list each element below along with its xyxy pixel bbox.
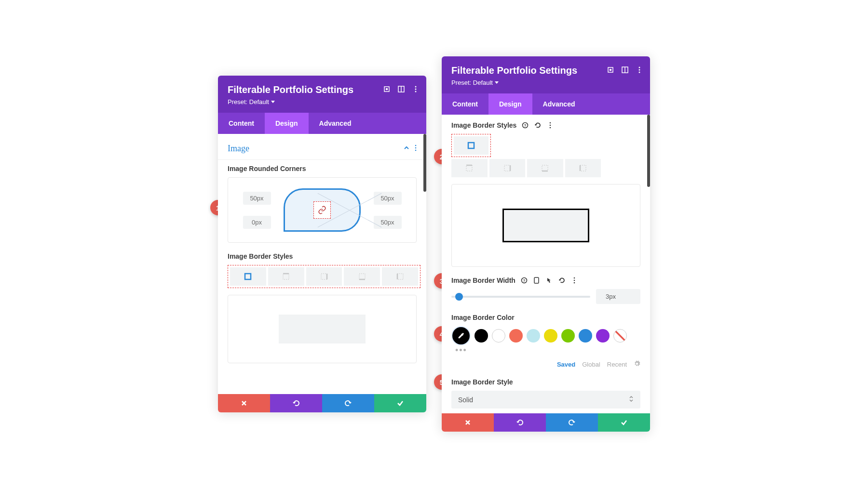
scrollbar[interactable] — [423, 134, 426, 192]
column-icon[interactable] — [621, 66, 629, 74]
eyedropper-swatch[interactable] — [451, 326, 471, 345]
corner-top-left[interactable]: 50px — [243, 192, 271, 205]
color-tabs: Saved Global Recent — [451, 360, 640, 369]
corner-top-right[interactable]: 50px — [374, 192, 402, 205]
tab-advanced[interactable]: Advanced — [309, 113, 362, 134]
more-colors[interactable]: ••• — [451, 345, 640, 356]
more-icon[interactable] — [636, 66, 643, 74]
hover-icon[interactable] — [545, 277, 553, 284]
svg-point-29 — [550, 125, 551, 126]
undo-button[interactable] — [494, 413, 546, 432]
corner-preview — [284, 188, 361, 232]
swatch-sky[interactable] — [527, 329, 540, 343]
border-side-all[interactable] — [454, 136, 488, 155]
svg-point-6 — [415, 91, 417, 92]
panel-body: Image Image Rounded Corners 50px — [218, 134, 426, 394]
swatch-coral[interactable] — [509, 329, 523, 343]
panel-body: Image Border Styles ? — [442, 115, 650, 413]
svg-point-30 — [550, 127, 551, 129]
svg-point-8 — [415, 147, 417, 148]
border-width-value[interactable]: 3px — [596, 289, 640, 304]
svg-point-4 — [415, 86, 417, 88]
tabs: Content Design Advanced — [218, 113, 426, 134]
border-side-left[interactable] — [382, 267, 418, 286]
svg-rect-13 — [321, 274, 327, 279]
border-side-right[interactable] — [489, 159, 526, 177]
column-icon[interactable] — [397, 85, 405, 93]
help-icon[interactable]: ? — [521, 121, 529, 129]
more-icon[interactable] — [546, 121, 554, 129]
tabs: Content Design Advanced — [442, 93, 650, 115]
svg-point-7 — [415, 145, 417, 146]
svg-rect-15 — [359, 274, 365, 279]
tab-advanced[interactable]: Advanced — [532, 93, 586, 115]
swatch-lime[interactable] — [561, 329, 575, 343]
save-button[interactable] — [374, 394, 426, 412]
gear-icon[interactable] — [634, 360, 640, 369]
chevron-updown-icon — [629, 396, 634, 404]
accordion-image[interactable]: Image — [218, 134, 426, 160]
svg-rect-11 — [283, 274, 289, 279]
chevron-up-icon[interactable] — [403, 145, 410, 153]
color-tab-global[interactable]: Global — [582, 361, 600, 368]
panel-header: Filterable Portfolio Settings Preset: De… — [442, 56, 650, 93]
preset-dropdown[interactable]: Preset: Default — [451, 79, 499, 86]
border-width-slider[interactable] — [451, 296, 590, 298]
scrollbar[interactable] — [647, 115, 650, 187]
border-side-top[interactable] — [268, 267, 304, 286]
settings-panel-left: Filterable Portfolio Settings Preset: De… — [218, 76, 426, 412]
more-icon[interactable] — [570, 277, 578, 284]
swatch-yellow[interactable] — [544, 329, 557, 343]
svg-point-28 — [550, 122, 551, 124]
panel-footer — [218, 394, 426, 412]
settings-panel-right: Filterable Portfolio Settings Preset: De… — [442, 56, 650, 432]
cancel-button[interactable] — [442, 413, 494, 432]
redo-button[interactable] — [546, 413, 598, 432]
help-icon[interactable]: ? — [520, 277, 528, 284]
tab-design[interactable]: Design — [265, 113, 309, 134]
tab-content[interactable]: Content — [218, 113, 265, 134]
svg-rect-1 — [386, 88, 388, 90]
panel-footer — [442, 413, 650, 432]
tab-design[interactable]: Design — [488, 93, 532, 115]
redo-button[interactable] — [322, 394, 374, 412]
swatch-black[interactable] — [475, 329, 488, 343]
border-side-top[interactable] — [451, 159, 488, 177]
preset-dropdown[interactable]: Preset: Default — [228, 98, 275, 106]
preview-rect — [279, 315, 366, 343]
border-side-bottom[interactable] — [344, 267, 380, 286]
swatch-blue[interactable] — [579, 329, 592, 343]
swatch-white[interactable] — [492, 329, 505, 343]
link-corners-toggle[interactable] — [313, 201, 331, 219]
svg-point-25 — [639, 72, 640, 73]
reset-icon[interactable] — [558, 277, 566, 284]
border-side-left[interactable] — [565, 159, 601, 177]
svg-text:?: ? — [524, 123, 527, 128]
corner-bottom-right[interactable]: 50px — [374, 216, 402, 229]
svg-rect-38 — [580, 165, 586, 171]
reset-icon[interactable] — [534, 121, 542, 129]
swatch-none[interactable] — [613, 329, 627, 343]
tab-content[interactable]: Content — [442, 93, 488, 115]
expand-icon[interactable] — [383, 85, 391, 93]
corner-bottom-left[interactable]: 0px — [243, 216, 271, 229]
save-button[interactable] — [598, 413, 650, 432]
undo-button[interactable] — [270, 394, 322, 412]
svg-point-5 — [415, 89, 417, 90]
border-side-all[interactable] — [230, 267, 266, 286]
border-style-select[interactable]: Solid — [451, 391, 640, 409]
border-side-right[interactable] — [306, 267, 342, 286]
cancel-button[interactable] — [218, 394, 270, 412]
svg-point-43 — [574, 277, 575, 279]
responsive-icon[interactable] — [533, 277, 541, 284]
border-side-bottom[interactable] — [527, 159, 563, 177]
more-icon[interactable] — [415, 145, 417, 153]
swatch-violet[interactable] — [596, 329, 610, 343]
border-style-label: Image Border Style — [451, 378, 640, 386]
expand-icon[interactable] — [607, 66, 614, 74]
more-icon[interactable] — [412, 85, 420, 93]
border-width-label: Image Border Width ? — [451, 277, 640, 284]
color-tab-recent[interactable]: Recent — [607, 361, 627, 368]
color-tab-saved[interactable]: Saved — [557, 361, 575, 368]
border-styles-label: Image Border Styles ? — [451, 121, 640, 129]
